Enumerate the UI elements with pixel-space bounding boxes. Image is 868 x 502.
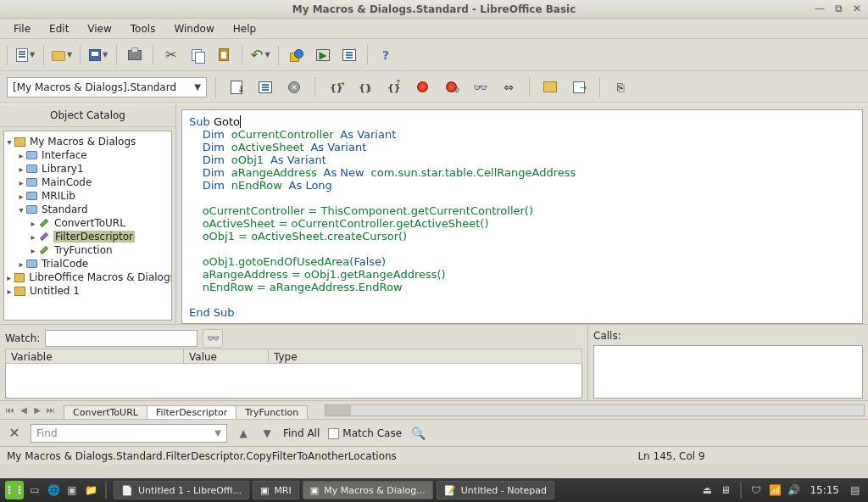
menu-edit[interactable]: Edit xyxy=(41,20,77,37)
code-editor[interactable]: Sub Goto Dim oCurrentController As Varia… xyxy=(181,109,863,324)
open-button[interactable]: ▼ xyxy=(50,43,74,67)
help-button[interactable] xyxy=(374,43,398,67)
browser-launcher[interactable]: 🌐 xyxy=(46,482,61,498)
tree-item-maincode[interactable]: ▸MainCode xyxy=(4,176,171,189)
menu-file[interactable]: File xyxy=(5,20,39,37)
macros-button[interactable] xyxy=(538,75,562,99)
show-desktop-button[interactable]: ▭ xyxy=(27,482,42,498)
find-prev-button[interactable]: ▲ xyxy=(236,426,251,441)
breakpoint-icon xyxy=(417,81,428,92)
tree-root-lo-macros[interactable]: ▸LibreOffice Macros & Dialogs xyxy=(4,271,171,284)
paste-button[interactable] xyxy=(212,43,236,67)
horizontal-scrollbar[interactable] xyxy=(325,404,865,416)
document-icon xyxy=(16,48,28,62)
stop-button[interactable] xyxy=(282,75,306,99)
watch-body[interactable] xyxy=(5,364,582,399)
tree-root-my-macros[interactable]: ▾My Macros & Dialogs xyxy=(4,135,171,148)
tray-volume-icon[interactable]: 🔊 xyxy=(786,482,801,498)
tab-nav-next[interactable]: ▶ xyxy=(31,404,44,417)
minimize-button[interactable]: — xyxy=(814,3,826,14)
save-button[interactable]: ▼ xyxy=(86,43,110,67)
files-launcher[interactable]: 📁 xyxy=(83,482,98,498)
cut-button[interactable] xyxy=(159,43,183,67)
tree-item-library1[interactable]: ▸Library1 xyxy=(4,162,171,176)
select-module-button[interactable] xyxy=(337,43,361,67)
close-find-button[interactable]: ✕ xyxy=(7,425,22,441)
menubar: File Edit View Tools Window Help xyxy=(0,19,868,39)
step-into-button[interactable]: ↓ xyxy=(353,75,376,99)
step-out-button[interactable]: ↑ xyxy=(381,75,405,99)
library-icon xyxy=(14,287,25,296)
find-next-button[interactable]: ▼ xyxy=(259,426,275,441)
copy-button[interactable] xyxy=(186,43,209,67)
tree-item-trialcode[interactable]: ▸TrialCode xyxy=(4,257,171,271)
insert-shapes-button[interactable] xyxy=(285,43,309,67)
tree-module-converttourl[interactable]: ▸ConvertToURL xyxy=(4,216,171,230)
tray-network-icon[interactable]: 📶 xyxy=(767,482,782,498)
find-search-icon[interactable]: 🔍 xyxy=(410,426,426,441)
calls-body[interactable] xyxy=(593,345,863,399)
code-wrap: Sub Goto Dim oCurrentController As Varia… xyxy=(176,104,868,324)
step-over-button[interactable]: → xyxy=(324,75,348,99)
status-line-col: Ln 145, Col 9 xyxy=(637,450,704,462)
select-macro-button[interactable] xyxy=(253,75,277,99)
menu-window[interactable]: Window xyxy=(165,20,222,37)
watch-input[interactable] xyxy=(45,330,198,347)
modules-dialog-button[interactable] xyxy=(567,75,591,99)
chevron-down-icon: ▼ xyxy=(214,428,221,438)
enable-watch-button[interactable]: 👓 xyxy=(468,75,492,99)
start-menu-button[interactable]: ⋮⋮ xyxy=(5,481,24,499)
tree-module-filterdescriptor[interactable]: ▸FilterDescriptor xyxy=(4,230,171,243)
find-input[interactable]: Find ▼ xyxy=(31,424,227,443)
import-dialog-button[interactable]: ⎘ xyxy=(609,75,632,99)
match-case-checkbox[interactable]: Match Case xyxy=(328,427,402,439)
print-button[interactable] xyxy=(123,43,147,67)
find-all-button[interactable]: Find All xyxy=(283,427,320,439)
tab-nav-last[interactable]: ⏭ xyxy=(44,404,58,417)
maximize-button[interactable]: ⧉ xyxy=(832,3,844,14)
remove-watch-button[interactable]: 👓 xyxy=(203,329,223,348)
object-tree[interactable]: ▾My Macros & Dialogs ▸Interface ▸Library… xyxy=(3,131,172,321)
tab-converttourl[interactable]: ConvertToURL xyxy=(64,405,147,419)
taskbar-clock[interactable]: 15:15 xyxy=(804,484,844,496)
taskbar-item-notepad[interactable]: 📝Untitled - Notepad xyxy=(437,481,554,499)
window-icon: ▣ xyxy=(310,485,319,496)
close-button[interactable]: ✕ xyxy=(851,3,863,14)
tray-menu-icon[interactable]: ▤ xyxy=(848,482,863,498)
tree-item-interface[interactable]: ▸Interface xyxy=(4,148,171,162)
manage-breakpoints-button[interactable] xyxy=(439,75,463,99)
object-catalog-button[interactable] xyxy=(497,75,520,99)
tray-removable-icon[interactable]: ⏏ xyxy=(699,482,715,498)
tab-filterdescriptor[interactable]: FilterDescriptor xyxy=(147,405,236,419)
taskbar-item-basic[interactable]: ▣My Macros & Dialog... xyxy=(303,481,433,499)
watch-col-type[interactable]: Type xyxy=(269,349,581,363)
menu-view[interactable]: View xyxy=(79,20,120,37)
tree-item-mrilib[interactable]: ▸MRILib xyxy=(4,189,171,203)
terminal-launcher[interactable]: ▣ xyxy=(64,482,80,498)
new-button[interactable]: ▼ xyxy=(14,43,37,67)
breakpoint-button[interactable] xyxy=(410,75,434,99)
tray-shield-icon[interactable]: 🛡 xyxy=(748,482,764,498)
main-area: Object Catalog ▾My Macros & Dialogs ▸Int… xyxy=(0,103,868,324)
tab-nav-first[interactable]: ⏮ xyxy=(3,404,17,417)
menu-help[interactable]: Help xyxy=(225,20,264,37)
tab-nav-prev[interactable]: ◀ xyxy=(17,404,31,417)
undo-button[interactable]: ▼ xyxy=(248,43,272,67)
run-basic-button[interactable] xyxy=(311,43,335,67)
watch-col-value[interactable]: Value xyxy=(184,349,269,363)
watch-columns: Variable Value Type xyxy=(5,349,582,364)
watch-calls-row: Watch: 👓 Variable Value Type Calls: xyxy=(0,324,868,400)
watch-col-variable[interactable]: Variable xyxy=(6,349,184,363)
library-combo[interactable]: [My Macros & Dialogs].Standard ▼ xyxy=(7,77,207,98)
scrollbar-thumb[interactable] xyxy=(326,405,351,416)
calc-icon: 📄 xyxy=(121,485,133,496)
tree-module-tryfunction[interactable]: ▸TryFunction xyxy=(4,243,171,257)
compile-button[interactable] xyxy=(225,75,248,99)
tab-tryfunction[interactable]: TryFunction xyxy=(236,405,308,419)
tree-item-standard[interactable]: ▾Standard xyxy=(4,203,171,216)
tray-display-icon[interactable]: 🖥 xyxy=(718,482,733,498)
tree-root-untitled[interactable]: ▸Untitled 1 xyxy=(4,284,171,298)
taskbar-item-mri[interactable]: ▣MRI xyxy=(253,481,299,499)
taskbar-item-calc[interactable]: 📄Untitled 1 - LibreOffi... xyxy=(114,481,249,499)
menu-tools[interactable]: Tools xyxy=(122,20,164,37)
